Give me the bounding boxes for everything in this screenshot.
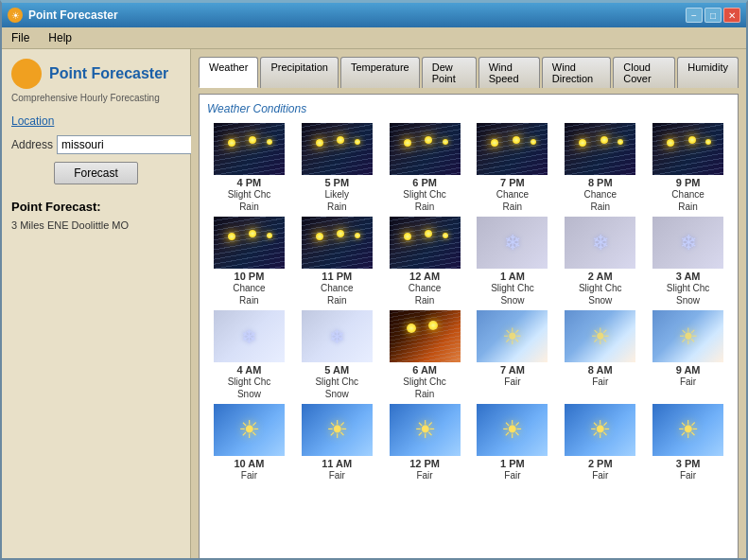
desc-label: Fair [504,376,520,388]
time-label: 2 PM [588,458,613,469]
time-label: 11 AM [322,458,352,469]
tab-cloudcover[interactable]: Cloud Cover [613,57,675,88]
desc-label: Chance Rain [409,282,441,306]
desc-label: Fair [680,469,696,481]
time-label: 1 AM [500,271,525,282]
desc-label: Slight Chc Rain [228,188,271,213]
weather-cell: ❄4 AMSlight Chc Snow [207,310,291,400]
weather-cell: 5 PMLikely Rain [295,123,379,213]
weather-grid: 4 PMSlight Chc Rain 5 PMLikely Rain 6 PM… [207,123,730,481]
right-panel: Weather Precipitation Temperature Dew Po… [191,49,746,560]
time-label: 3 PM [676,458,701,469]
sun-icon [11,59,42,89]
forecast-button[interactable]: Forecast [54,162,138,184]
sidebar-header: Point Forecaster [11,59,181,89]
app-icon: ☀ [8,8,23,23]
weather-cell: ☀11 AMFair [295,404,379,481]
desc-label: Chance Rain [233,282,265,306]
tab-windspeed[interactable]: Wind Speed [478,57,540,88]
desc-label: Fair [416,469,432,481]
weather-cell: 4 PMSlight Chc Rain [207,123,291,213]
time-label: 11 PM [322,271,352,282]
main-content: Point Forecaster Comprehensive Hourly Fo… [2,49,746,560]
weather-cell: ❄5 AMSlight Chc Snow [295,310,379,400]
menu-help[interactable]: Help [43,29,78,46]
point-forecast-location: 3 Miles ENE Doolittle MO [11,219,181,231]
weather-cell: ❄2 AMSlight Chc Snow [558,217,642,306]
time-label: 9 PM [676,177,701,188]
weather-cell: 6 PMSlight Chc Rain [383,123,467,213]
app-subtitle: Comprehensive Hourly Forecasting [11,93,181,103]
desc-label: Slight Chc Rain [403,188,446,213]
time-label: 4 AM [236,364,261,376]
location-label[interactable]: Location [11,114,181,128]
weather-cell: 6 AMSlight Chc Rain [383,310,467,400]
tab-humidity[interactable]: Humidity [677,57,739,88]
weather-cell: ❄1 AMSlight Chc Snow [471,217,555,306]
weather-cell: 7 PMChance Rain [471,123,555,213]
time-label: 7 PM [500,177,525,188]
desc-label: Likely Rain [324,188,349,213]
weather-cell: 9 PMChance Rain [646,123,730,213]
weather-cell: 10 PMChance Rain [207,217,291,306]
main-window: ☀ Point Forecaster − □ ✕ File Help Point… [0,0,748,560]
desc-label: Slight Chc Snow [667,282,710,306]
menu-file[interactable]: File [6,29,35,46]
window-title: Point Forecaster [28,9,118,22]
tab-dewpoint[interactable]: Dew Point [422,57,477,88]
time-label: 7 AM [500,364,525,376]
maximize-button[interactable]: □ [705,8,722,23]
time-label: 2 AM [588,271,613,282]
time-label: 1 PM [500,458,525,469]
time-label: 6 PM [412,177,437,188]
desc-label: Fair [680,376,696,388]
address-label: Address [11,138,53,151]
weather-cell: ☀9 AMFair [646,310,730,400]
weather-cell: 8 PMChance Rain [558,123,642,213]
tab-weather[interactable]: Weather [199,57,258,88]
address-input[interactable] [57,135,208,154]
desc-label: Chance Rain [496,188,529,213]
desc-label: Chance Rain [671,188,704,213]
time-label: 3 AM [676,271,701,282]
desc-label: Slight Chc Snow [315,376,358,400]
weather-cell: ☀3 PMFair [646,404,730,481]
desc-label: Slight Chc Rain [403,376,446,400]
menu-bar: File Help [2,27,746,49]
minimize-button[interactable]: − [686,8,703,23]
weather-cell: 12 AMChance Rain [383,217,467,306]
tab-temperature[interactable]: Temperature [340,57,420,88]
close-button[interactable]: ✕ [723,8,740,23]
weather-cell: 11 PMChance Rain [295,217,379,306]
weather-cell: ☀8 AMFair [558,310,642,400]
point-forecast-title: Point Forecast: [11,200,181,214]
app-title: Point Forecaster [49,65,168,82]
desc-label: Chance Rain [321,282,353,306]
time-label: 12 PM [409,458,440,469]
desc-label: Chance Rain [584,188,617,213]
time-label: 10 PM [235,271,265,282]
sidebar: Point Forecaster Comprehensive Hourly Fo… [2,49,191,560]
desc-label: Fair [241,469,257,481]
tab-winddirection[interactable]: Wind Direction [542,57,611,88]
weather-cell: ☀7 AMFair [471,310,555,400]
address-row: Address ▼ [11,135,181,154]
weather-cell: ☀1 PMFair [471,404,555,481]
time-label: 4 PM [237,177,262,188]
tab-precipitation[interactable]: Precipitation [260,57,339,88]
title-bar: ☀ Point Forecaster − □ ✕ [2,3,746,27]
desc-label: Fair [329,469,345,481]
desc-label: Slight Chc Snow [491,282,534,306]
time-label: 5 AM [324,364,349,376]
desc-label: Fair [504,469,520,481]
desc-label: Slight Chc Snow [579,282,622,306]
title-buttons: − □ ✕ [686,8,740,23]
time-label: 12 AM [409,271,440,282]
weather-cell: ☀10 AMFair [207,404,291,481]
desc-label: Fair [592,469,608,481]
time-label: 8 PM [588,177,613,188]
conditions-title: Weather Conditions [207,102,730,115]
weather-cell: ☀12 PMFair [383,404,467,481]
time-label: 10 AM [234,458,264,469]
weather-cell: ❄3 AMSlight Chc Snow [646,217,730,306]
